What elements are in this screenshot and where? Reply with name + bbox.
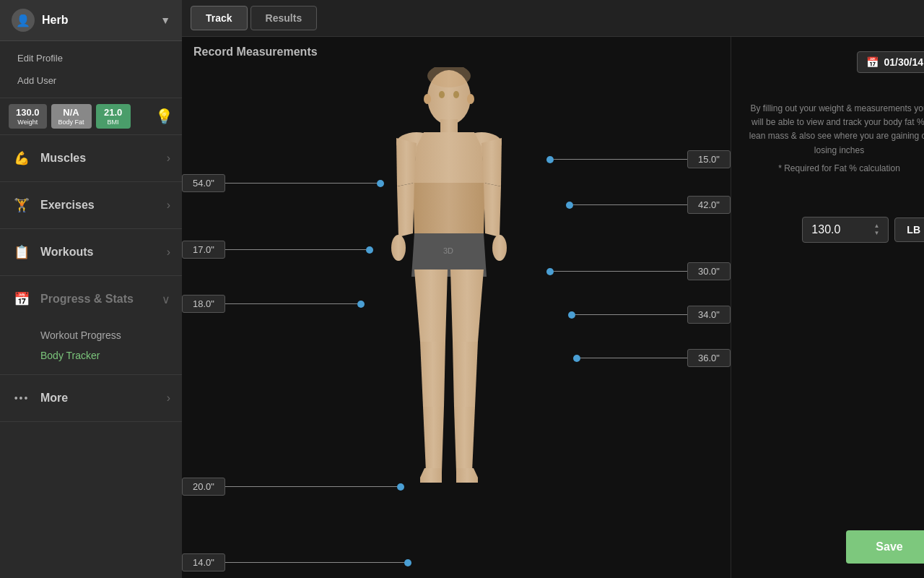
chevron-right-icon: › — [167, 199, 170, 212]
measurement-chest: 54.0" — [182, 174, 384, 192]
ankle-dot — [404, 559, 411, 566]
bodyfat-label: Body Fat — [58, 118, 84, 126]
add-user-item[interactable]: Add User — [0, 69, 182, 92]
bodyfat-stat: N/A Body Fat — [51, 104, 92, 129]
info-block: By filling out your weight & measurement… — [746, 102, 924, 173]
bicep-value[interactable]: 17.0" — [182, 241, 225, 259]
tab-track[interactable]: Track — [191, 6, 248, 30]
workouts-label: Workouts — [40, 246, 167, 259]
sidebar-item-exercises[interactable]: 🏋 Exercises › — [0, 182, 182, 229]
bicep-line — [225, 249, 366, 250]
svg-point-9 — [467, 94, 474, 104]
svg-point-7 — [453, 91, 459, 98]
tab-results[interactable]: Results — [250, 6, 318, 30]
measurement-ankle: 14.0" — [182, 553, 411, 571]
workout-progress-item[interactable]: Workout Progress — [40, 325, 182, 345]
hips-line — [575, 314, 687, 315]
record-measurements-title: Record Measurements — [182, 37, 731, 67]
required-note: * Required for Fat % calculation — [746, 163, 924, 173]
bicep-dot — [366, 246, 373, 254]
bodyfat-value: N/A — [63, 107, 79, 118]
chevron-right-icon: › — [167, 246, 170, 259]
waist-line — [554, 271, 687, 272]
sidebar-item-muscles[interactable]: 💪 Muscles › — [0, 135, 182, 182]
shoulders-dot — [566, 202, 573, 209]
body-model-container: Record Measurements — [182, 37, 731, 578]
chest-dot — [377, 180, 384, 187]
sidebar-item-workouts[interactable]: 📋 Workouts › — [0, 229, 182, 276]
calendar-icon: 📅 — [866, 56, 879, 68]
weight-value: 130.0 — [16, 107, 40, 118]
forearm-value[interactable]: 18.0" — [182, 295, 225, 313]
shoulders-line — [573, 204, 687, 205]
calf-value[interactable]: 20.0" — [182, 478, 225, 496]
waist-value[interactable]: 30.0" — [687, 262, 731, 280]
shoulders-value[interactable]: 42.0" — [687, 196, 731, 214]
svg-text:3D: 3D — [443, 246, 453, 255]
measurement-calf: 20.0" — [182, 478, 404, 496]
weight-input-box[interactable]: 130.0 ▲ ▼ — [802, 217, 889, 243]
neck-dot — [546, 156, 554, 163]
progress-stats-header[interactable]: 📅 Progress & Stats ∨ — [0, 276, 182, 322]
spinner-down[interactable]: ▼ — [873, 230, 879, 236]
calendar-icon: 📅 — [12, 289, 32, 309]
avatar-icon: 👤 — [12, 9, 35, 32]
date-picker[interactable]: 📅 01/30/14 — [857, 51, 925, 73]
right-panel: 📅 01/30/14 By filling out your weight & … — [731, 37, 924, 578]
measurement-bicep: 17.0" — [182, 241, 373, 259]
svg-rect-1 — [440, 119, 458, 134]
weight-label: Weight — [17, 118, 38, 126]
save-button[interactable]: Save — [846, 530, 924, 564]
exercises-icon: 🏋 — [12, 195, 32, 215]
chevron-down-icon: ∨ — [162, 293, 170, 306]
progress-stats-submenu: Workout Progress Body Tracker — [0, 322, 182, 374]
chest-value[interactable]: 54.0" — [182, 174, 225, 192]
body-tracker-item[interactable]: Body Tracker — [40, 345, 182, 366]
weight-stat: 130.0 Weight — [9, 104, 47, 129]
more-label: More — [40, 392, 167, 405]
thigh-line — [580, 358, 687, 358]
svg-point-6 — [439, 91, 445, 98]
chevron-down-icon: ▼ — [160, 14, 170, 26]
measurement-hips: 34.0" — [568, 306, 731, 324]
sidebar-header[interactable]: 👤 Herb ▼ — [0, 0, 182, 41]
weight-row: 130.0 ▲ ▼ LB — [746, 217, 924, 243]
sidebar-item-more[interactable]: ••• More › — [0, 375, 182, 422]
edit-profile-item[interactable]: Edit Profile — [0, 47, 182, 69]
user-submenu: Edit Profile Add User — [0, 41, 182, 98]
chest-line — [225, 183, 377, 184]
bmi-label: BMI — [108, 118, 119, 126]
waist-dot — [546, 268, 554, 275]
neck-line — [554, 159, 687, 160]
main-content: Track Results Record Measurements — [182, 0, 924, 578]
bmi-value: 21.0 — [104, 107, 122, 118]
muscles-label: Muscles — [40, 152, 167, 165]
weight-display: 130.0 — [811, 223, 840, 236]
spinner-up[interactable]: ▲ — [873, 223, 879, 229]
thigh-value[interactable]: 36.0" — [687, 349, 731, 367]
progress-stats-label: Progress & Stats — [40, 293, 162, 306]
lightbulb-icon: 💡 — [155, 108, 173, 125]
date-value: 01/30/14 — [884, 56, 924, 68]
ankle-value[interactable]: 14.0" — [182, 553, 225, 571]
measurement-forearm: 18.0" — [182, 295, 365, 313]
neck-value[interactable]: 15.0" — [687, 150, 731, 168]
more-icon: ••• — [12, 388, 32, 408]
forearm-line — [225, 303, 357, 304]
measurement-shoulders: 42.0" — [566, 196, 731, 214]
calf-dot — [397, 483, 404, 491]
tracker-area: Record Measurements — [182, 37, 924, 578]
body-svg: 3D — [384, 67, 514, 578]
measurement-waist: 30.0" — [546, 262, 731, 280]
weight-spinner[interactable]: ▲ ▼ — [873, 223, 879, 236]
forearm-dot — [357, 301, 365, 308]
unit-button[interactable]: LB — [894, 217, 924, 242]
svg-point-5 — [492, 235, 507, 261]
chevron-right-icon: › — [167, 392, 170, 405]
sidebar: 👤 Herb ▼ Edit Profile Add User 130.0 Wei… — [0, 0, 182, 578]
workouts-icon: 📋 — [12, 242, 32, 262]
thigh-dot — [573, 355, 580, 362]
hips-value[interactable]: 34.0" — [687, 306, 731, 324]
username: Herb — [42, 14, 160, 27]
body-figure: 3D — [384, 67, 514, 578]
